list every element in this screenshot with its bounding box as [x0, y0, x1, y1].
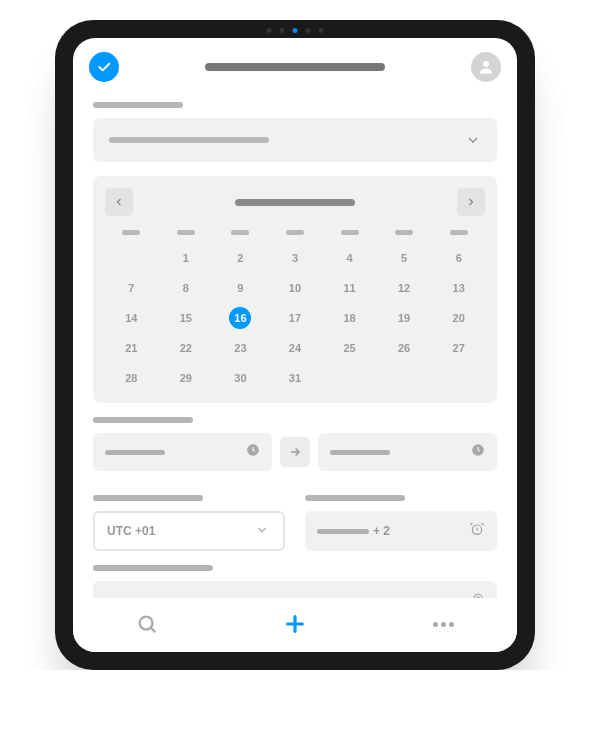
calendar-day[interactable]: 22 [160, 335, 213, 361]
calendar-day [323, 365, 376, 391]
calendar-day[interactable]: 26 [378, 335, 431, 361]
calendar-day[interactable]: 15 [160, 305, 213, 331]
reminder-button[interactable]: + 2 [305, 511, 497, 551]
start-time-input[interactable] [93, 433, 272, 471]
page-title [205, 63, 385, 71]
calendar-day[interactable]: 4 [323, 245, 376, 271]
calendar-day[interactable]: 25 [323, 335, 376, 361]
section-label [93, 417, 193, 423]
calendar-day-header [231, 230, 249, 235]
calendar-day[interactable]: 10 [269, 275, 322, 301]
calendar-day [378, 365, 431, 391]
reminder-count: + 2 [373, 524, 390, 538]
content-area: 1234567891011121314151617181920212223242… [73, 92, 517, 598]
nav-search-button[interactable] [133, 610, 161, 638]
calendar-day[interactable]: 23 [214, 335, 267, 361]
section-label [93, 495, 203, 501]
calendar-day[interactable]: 18 [323, 305, 376, 331]
app-logo-icon[interactable] [89, 52, 119, 82]
calendar-day[interactable]: 8 [160, 275, 213, 301]
nav-more-button[interactable] [429, 610, 457, 638]
calendar-day-header [395, 230, 413, 235]
calendar-day[interactable]: 31 [269, 365, 322, 391]
clock-icon [246, 443, 260, 461]
calendar-day[interactable]: 24 [269, 335, 322, 361]
calendar-day[interactable]: 17 [269, 305, 322, 331]
chevron-down-icon [255, 523, 271, 539]
clock-icon [471, 443, 485, 461]
more-icon [433, 622, 454, 627]
calendar-day-header [450, 230, 468, 235]
calendar-day[interactable]: 16 [214, 305, 267, 331]
calendar-prev-button[interactable] [105, 188, 133, 216]
section-label [305, 495, 405, 501]
calendar-day-header [286, 230, 304, 235]
calendar-day[interactable]: 6 [432, 245, 485, 271]
calendar: 1234567891011121314151617181920212223242… [93, 176, 497, 403]
app-header [73, 38, 517, 92]
calendar-day[interactable]: 2 [214, 245, 267, 271]
calendar-day[interactable]: 29 [160, 365, 213, 391]
avatar[interactable] [471, 52, 501, 82]
screen: 1234567891011121314151617181920212223242… [73, 38, 517, 652]
calendar-day[interactable]: 14 [105, 305, 158, 331]
calendar-next-button[interactable] [457, 188, 485, 216]
timezone-value: UTC +01 [107, 524, 155, 538]
calendar-day[interactable]: 28 [105, 365, 158, 391]
calendar-day[interactable]: 13 [432, 275, 485, 301]
nav-add-button[interactable] [281, 610, 309, 638]
calendar-day[interactable]: 27 [432, 335, 485, 361]
calendar-day[interactable]: 19 [378, 305, 431, 331]
bottom-nav [73, 598, 517, 652]
calendar-day[interactable]: 20 [432, 305, 485, 331]
category-dropdown[interactable] [93, 118, 497, 162]
calendar-day[interactable]: 3 [269, 245, 322, 271]
calendar-day[interactable]: 11 [323, 275, 376, 301]
calendar-month-label [235, 199, 355, 206]
timezone-select[interactable]: UTC +01 [93, 511, 285, 551]
calendar-day[interactable]: 30 [214, 365, 267, 391]
time-range-row [93, 433, 497, 471]
end-time-input[interactable] [318, 433, 497, 471]
calendar-day[interactable]: 5 [378, 245, 431, 271]
chevron-down-icon [465, 132, 481, 148]
tablet-frame: 1234567891011121314151617181920212223242… [55, 20, 535, 670]
calendar-day [432, 365, 485, 391]
alarm-icon [469, 521, 485, 541]
svg-point-0 [483, 61, 489, 67]
calendar-day [105, 245, 158, 271]
calendar-day-header [122, 230, 140, 235]
calendar-day[interactable]: 7 [105, 275, 158, 301]
calendar-day-header [177, 230, 195, 235]
section-label [93, 102, 183, 108]
calendar-day-header [341, 230, 359, 235]
location-input[interactable] [93, 581, 497, 598]
arrow-right-icon [280, 437, 310, 467]
section-label [93, 565, 213, 571]
dropdown-value [109, 137, 269, 143]
calendar-day[interactable]: 9 [214, 275, 267, 301]
svg-line-7 [151, 628, 156, 633]
calendar-grid: 1234567891011121314151617181920212223242… [105, 226, 485, 391]
calendar-day[interactable]: 21 [105, 335, 158, 361]
calendar-day[interactable]: 1 [160, 245, 213, 271]
calendar-day[interactable]: 12 [378, 275, 431, 301]
svg-point-6 [140, 617, 153, 630]
tablet-sensors [267, 28, 324, 33]
